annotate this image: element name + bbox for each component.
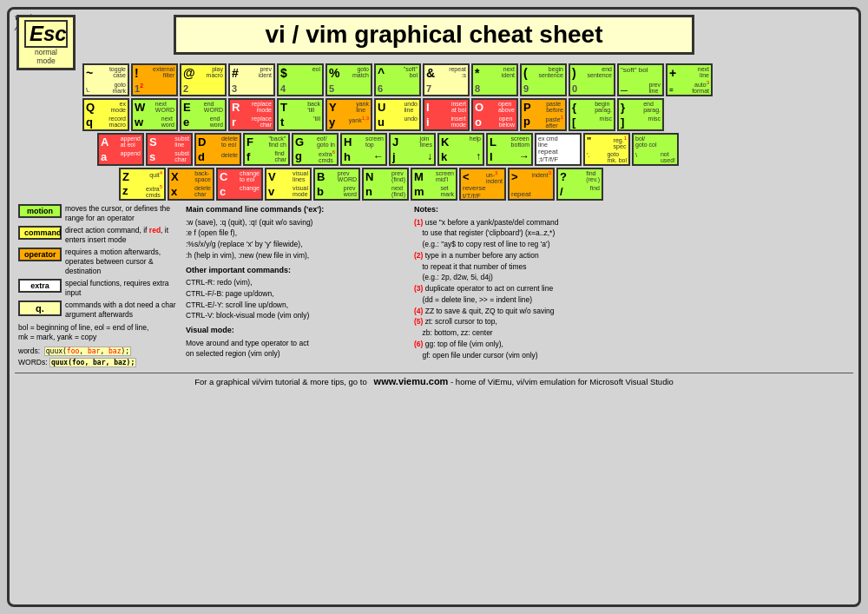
- notes-title: Notes:: [414, 204, 683, 216]
- note-3: (3) duplicate operator to act on current…: [414, 283, 683, 306]
- bottom-section: motion moves the cursor, or defines the …: [15, 204, 853, 368]
- badge-dot: q.: [18, 300, 62, 316]
- extra-desc: special functions, requires extra input: [65, 279, 179, 298]
- footer: For a graphical vi/vim tutorial & more t…: [15, 373, 853, 386]
- key-tilde: ~ togglecase \. gotomark: [82, 63, 129, 96]
- main-container: version 1.1 April 1st, 06 Esc normalmode…: [7, 7, 861, 607]
- key-M: M screenmid'l m setmark: [411, 168, 457, 201]
- key-C: C changeto eol c change: [216, 168, 263, 201]
- main-title: vi / vim graphical cheat sheet: [185, 21, 683, 49]
- key-H: H screentop h ←: [340, 133, 387, 166]
- key-colon: ex cmdline repeat;t/T/f/F: [535, 133, 582, 166]
- other-cmd-title: Other important commands:: [186, 265, 407, 277]
- key-bolcol: bol/goto col \ notused!: [632, 133, 679, 166]
- legend-section: motion moves the cursor, or defines the …: [18, 204, 179, 368]
- key-U: U undoline u undo: [374, 98, 421, 131]
- key-P: P pastebefore p paste1after: [520, 98, 567, 131]
- z-row: Z quit4 z extra5cmds X back-space x dele…: [15, 168, 853, 201]
- esc-block: Esc normalmode: [16, 15, 76, 70]
- key-exclaim: ! externalfilter 12: [131, 63, 178, 96]
- key-K: K help k ↑: [437, 133, 484, 166]
- key-softbol: "soft" bol — prevline: [617, 63, 664, 96]
- key-L: L screenbottom l →: [486, 133, 533, 166]
- key-dollar: $ eol 4: [277, 63, 324, 96]
- key-Z: Z quit4 z extra5cmds: [119, 168, 166, 201]
- visual-lines: Move around and type operator to act on …: [186, 338, 407, 360]
- key-rparen: ) endsentence 0: [569, 63, 615, 96]
- key-V: V visuallines v visualmode: [265, 168, 312, 201]
- note-5: (5) zt: scroll cursor to top, zb: bottom…: [414, 316, 683, 339]
- key-lbrace: { beginparag. [ misc: [569, 98, 615, 131]
- key-percent: % gotomatch 5: [326, 63, 372, 96]
- main-cmd-title: Main command line commands ('ex'):: [186, 204, 407, 216]
- other-cmd-lines: CTRL-R: redo (vim), CTRL-F/-B: page up/d…: [186, 277, 407, 321]
- key-T: T back'till t 'till: [277, 98, 324, 131]
- key-hash: # prevident 3: [228, 63, 275, 96]
- key-caret: ^ "soft"bol 6: [374, 63, 421, 96]
- key-gt: > indent3 repeat: [508, 168, 555, 201]
- key-F: F "back"find ch f findchar: [243, 133, 290, 166]
- visual-title: Visual mode:: [186, 325, 407, 337]
- key-R: R replacemode r replacechar: [228, 98, 275, 131]
- footer-text: For a graphical vi/vim tutorial & more t…: [194, 377, 367, 386]
- key-J: J joinlines j ↓: [389, 133, 436, 166]
- key-E: E endWORD e endword: [180, 98, 227, 131]
- q-row: Q exmode q recordmacro W nextWORD w next…: [15, 98, 853, 131]
- key-star: * nextident 8: [471, 63, 518, 96]
- key-at: @ playmacro 2: [180, 63, 227, 96]
- words-desc: words: quux(foo, bar, baz); WORDs: quux(…: [18, 346, 179, 368]
- note-4: (4) ZZ to save & quit, ZQ to quit w/o sa…: [414, 306, 683, 317]
- key-lparen: ( beginsentence 9: [520, 63, 567, 96]
- header: Esc normalmode vi / vim graphical cheat …: [15, 15, 853, 60]
- commands-section: Main command line commands ('ex'): :w (s…: [186, 204, 407, 368]
- badge-extra: extra: [18, 279, 62, 293]
- key-B: B prevWORD b prevword: [313, 168, 360, 201]
- key-G: G eof/goto ln g extra6cmds: [292, 133, 339, 166]
- footer-url[interactable]: www.viemu.com: [374, 376, 449, 386]
- command-desc: direct action command, if red, it enters…: [65, 226, 179, 245]
- badge-motion: motion: [18, 204, 62, 218]
- footer-suffix: - home of ViEmu, vi/vim emulation for Mi…: [450, 377, 674, 386]
- key-question: ? find(rev.) / find: [556, 168, 603, 201]
- number-row: ~ togglecase \. gotomark ! externalfilte…: [15, 63, 853, 96]
- title-box: vi / vim graphical cheat sheet: [174, 15, 694, 55]
- esc-label: normalmode: [24, 48, 68, 65]
- note-1: (1) use "x before a yank/paste/del comma…: [414, 217, 683, 250]
- key-X: X back-space x deletechar: [168, 168, 214, 201]
- key-Y: Y yankline y yank1,3: [326, 98, 372, 131]
- esc-key: Esc: [24, 20, 68, 48]
- key-N: N prev(find) n next(find): [362, 168, 409, 201]
- dot-desc: commands with a dot need a char argument…: [65, 300, 179, 320]
- key-plus: + nextline = auto3format: [666, 63, 713, 96]
- key-O: O openabove o openbelow: [471, 98, 518, 131]
- a-row: A appendat eol a append S substline s su…: [15, 133, 853, 166]
- key-amp: & repeat:s 7: [423, 63, 470, 96]
- notes-section: Notes: (1) use "x before a yank/paste/de…: [414, 204, 683, 368]
- note-2: (2) type in a number before any action t…: [414, 250, 683, 283]
- key-W: W nextWORD w nextword: [131, 98, 178, 131]
- key-rbrace: } endparag. ] misc: [617, 98, 664, 131]
- motion-desc: moves the cursor, or defines the range f…: [65, 204, 179, 223]
- key-I: I insertat bol i insertmode: [423, 98, 470, 131]
- bol-desc: bol = beginning of line, eol = end of li…: [18, 323, 179, 344]
- operator-desc: requires a motion afterwards, operates b…: [65, 248, 179, 276]
- main-cmd-lines: :w (save), :q (quit), :q! (quit w/o savi…: [186, 217, 407, 261]
- badge-command: command: [18, 226, 62, 240]
- key-A: A appendat eol a append: [97, 133, 144, 166]
- key-S: S substline s substchar: [146, 133, 193, 166]
- key-Q: Q exmode q recordmacro: [82, 98, 129, 131]
- note-6: (6) gg: top of file (vim only), gf: open…: [414, 339, 683, 361]
- key-lt: < un-3indent reverset/T/f/F: [459, 168, 506, 201]
- key-quote: " reg.1spec '. gotomk. bol: [583, 133, 630, 166]
- key-D: D deleteto eol d delete: [194, 133, 241, 166]
- badge-operator: operator: [18, 248, 62, 261]
